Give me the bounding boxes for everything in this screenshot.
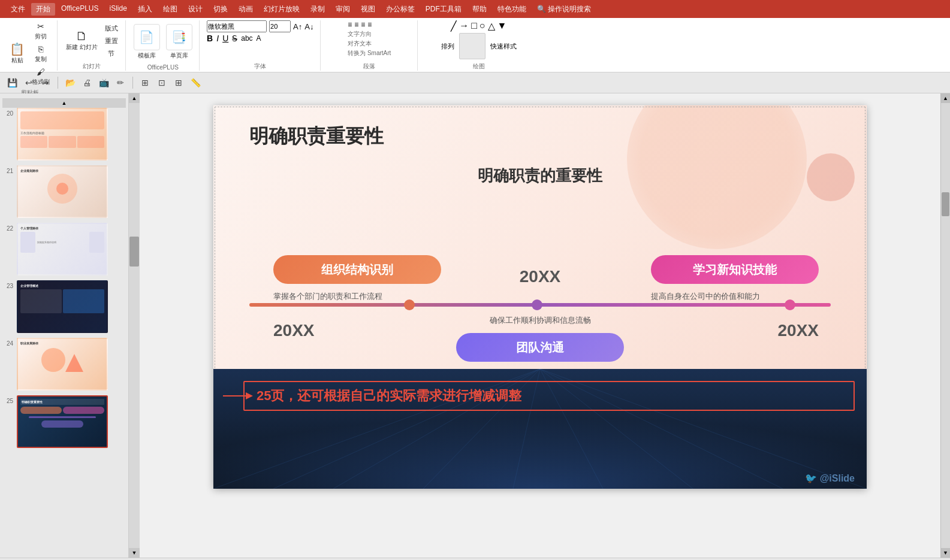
- strikethrough-button[interactable]: S̶: [232, 34, 237, 43]
- slide-item-23[interactable]: 23 企业管理概述: [2, 280, 126, 333]
- slide-thumb-inner-22: 个人管理路径 技能提升路径说明: [18, 224, 107, 274]
- menu-animation[interactable]: 动画: [234, 3, 258, 16]
- view-toggle-button[interactable]: ⊞: [138, 75, 152, 90]
- right-scrollbar: ▲ ▼: [940, 93, 950, 558]
- slide-thumb-21[interactable]: 企业规划路径: [17, 165, 108, 218]
- draw-pen-button[interactable]: ✏: [113, 75, 128, 90]
- subscript-button[interactable]: abc: [241, 34, 252, 43]
- text-direction-button[interactable]: 文字方向: [348, 30, 372, 38]
- arrange-button[interactable]: 排列: [441, 42, 454, 51]
- menu-start[interactable]: 开始: [31, 3, 55, 16]
- align-text-button[interactable]: 对齐文本: [348, 40, 372, 48]
- layout-button[interactable]: 版式: [102, 23, 120, 34]
- triangle-tool[interactable]: △: [488, 20, 495, 32]
- menu-draw[interactable]: 绘图: [158, 3, 182, 16]
- slide-thumb-22[interactable]: 个人管理路径 技能提升路径说明: [17, 223, 108, 276]
- font-size-up-button[interactable]: A↑: [293, 22, 302, 31]
- ribbon: 📋 粘贴 ✂ 剪切 ⎘ 复制 🖌 格式刷: [0, 18, 950, 72]
- left-scrollbar-thumb[interactable]: [129, 237, 139, 267]
- slide-thumb-25[interactable]: 明确职责重要性: [17, 395, 108, 448]
- copy-button[interactable]: ⎘ 复制: [29, 43, 52, 65]
- font-color-button[interactable]: A: [257, 34, 261, 43]
- menu-record[interactable]: 录制: [306, 3, 330, 16]
- rect-tool[interactable]: □: [471, 20, 477, 32]
- cut-button[interactable]: ✂ 剪切: [29, 20, 52, 42]
- menu-islide[interactable]: iSlide: [104, 3, 131, 16]
- scroll-left-up[interactable]: ▲: [129, 93, 140, 103]
- menu-help[interactable]: 帮助: [468, 3, 491, 16]
- menu-search[interactable]: 🔍 操作说明搜索: [532, 3, 596, 16]
- align-left-button[interactable]: ≡: [348, 20, 352, 29]
- font-size-input[interactable]: [269, 20, 291, 32]
- print-button[interactable]: 🖨: [80, 75, 94, 90]
- menu-pdf-tools[interactable]: PDF工具箱: [421, 3, 466, 16]
- single-page-button[interactable]: 📑 单页库: [164, 23, 194, 61]
- slides-label: 幻灯片: [83, 61, 101, 71]
- slide-item-25[interactable]: 25 明确职责重要性: [2, 395, 126, 448]
- slide-canvas[interactable]: 明确职责重要性 明确职责的重要性 20XX 组织结构识别 学习新知识技能 掌握各…: [213, 105, 867, 489]
- italic-button[interactable]: I: [216, 34, 219, 43]
- menu-file[interactable]: 文件: [6, 3, 30, 16]
- circle-tool[interactable]: ○: [479, 20, 485, 32]
- align-right-button[interactable]: ≡: [361, 20, 365, 29]
- open-button[interactable]: 📂: [63, 75, 77, 90]
- line-tool[interactable]: ╱: [451, 20, 457, 32]
- ruler-button[interactable]: 📏: [188, 75, 203, 90]
- menu-slideshow[interactable]: 幻灯片放映: [259, 3, 304, 16]
- zoom-fit-button[interactable]: ⊡: [155, 75, 169, 90]
- align-center-button[interactable]: ≡: [354, 20, 358, 29]
- menu-design[interactable]: 设计: [183, 3, 207, 16]
- paste-icon: 📋: [10, 43, 25, 55]
- paragraph-controls: ≡ ≡ ≡ ≡ 文字方向 对齐文本 转换为 SmartArt: [348, 20, 391, 61]
- underline-button[interactable]: U: [222, 34, 228, 43]
- menu-review[interactable]: 审阅: [331, 3, 355, 16]
- slide-thumb-inner-20: 工作流程内容标题: [18, 109, 107, 159]
- font-size-down-button[interactable]: A↓: [304, 22, 313, 31]
- menu-insert[interactable]: 插入: [133, 3, 157, 16]
- scroll-up-btn[interactable]: ▲: [941, 93, 950, 103]
- slide-item-22[interactable]: 22 个人管理路径 技能提升路径说明: [2, 223, 126, 276]
- slide-item-21[interactable]: 21 企业规划路径: [2, 165, 126, 218]
- ribbon-group-font: A↑ A↓ B I U S̶ abc A 字体: [201, 20, 321, 71]
- paste-button[interactable]: 📋 粘贴: [7, 42, 27, 66]
- justify-button[interactable]: ≡: [367, 20, 372, 29]
- annotation-arrow-svg: [223, 387, 253, 405]
- new-slide-button[interactable]: 🗋 新建 幻灯片: [64, 29, 100, 53]
- scroll-up-button[interactable]: ▲: [2, 98, 126, 108]
- layout-label: 版式: [105, 24, 118, 33]
- menu-switch[interactable]: 切换: [209, 3, 233, 16]
- section-button[interactable]: 节: [102, 48, 120, 59]
- menu-special[interactable]: 特色功能: [493, 3, 531, 16]
- quick-styles-label: 快速样式: [490, 42, 517, 51]
- convert-smartart-button[interactable]: 转换为 SmartArt: [348, 49, 391, 57]
- grid-button[interactable]: ⊞: [171, 75, 186, 90]
- menu-view[interactable]: 视图: [356, 3, 380, 16]
- search-label: 操作说明搜索: [548, 5, 591, 13]
- quick-styles-preview[interactable]: [459, 33, 485, 59]
- more-shapes-button[interactable]: ▼: [497, 20, 507, 32]
- slide-number-23: 23: [2, 280, 13, 289]
- menu-officeplus[interactable]: OfficePLUS: [56, 3, 103, 16]
- template-lib-button[interactable]: 📄 模板库: [132, 23, 162, 61]
- undo-button[interactable]: ↩: [22, 75, 36, 90]
- redo-button[interactable]: ↪: [38, 75, 53, 90]
- right-scrollbar-thumb[interactable]: [942, 192, 949, 216]
- screen-cast-button[interactable]: 📺: [96, 75, 111, 90]
- slide-item-20[interactable]: 20 工作流程内容标题: [2, 108, 126, 161]
- reset-button[interactable]: 重置: [102, 35, 120, 47]
- slide-thumb-24[interactable]: 职业发展路径: [17, 338, 108, 391]
- menu-bar: 文件 开始 OfficePLUS iSlide 插入 绘图 设计 切换 动画 幻…: [6, 3, 596, 16]
- cut-label: 剪切: [35, 32, 47, 41]
- save-button[interactable]: 💾: [5, 75, 19, 90]
- font-family-input[interactable]: [207, 20, 267, 32]
- scroll-down-btn[interactable]: ▼: [941, 548, 950, 558]
- timeline-dot-left: [404, 299, 415, 310]
- arrow-tool[interactable]: →: [459, 20, 469, 32]
- slide-item-24[interactable]: 24 职业发展路径: [2, 338, 126, 391]
- menu-office-tags[interactable]: 办公标签: [381, 3, 420, 16]
- slide-thumb-content-24: 职业发展路径: [18, 339, 107, 374]
- scroll-left-down[interactable]: ▼: [129, 548, 140, 558]
- bold-button[interactable]: B: [207, 34, 213, 43]
- slide-thumb-23[interactable]: 企业管理概述: [17, 280, 108, 333]
- slide-thumb-20[interactable]: 工作流程内容标题: [17, 108, 108, 161]
